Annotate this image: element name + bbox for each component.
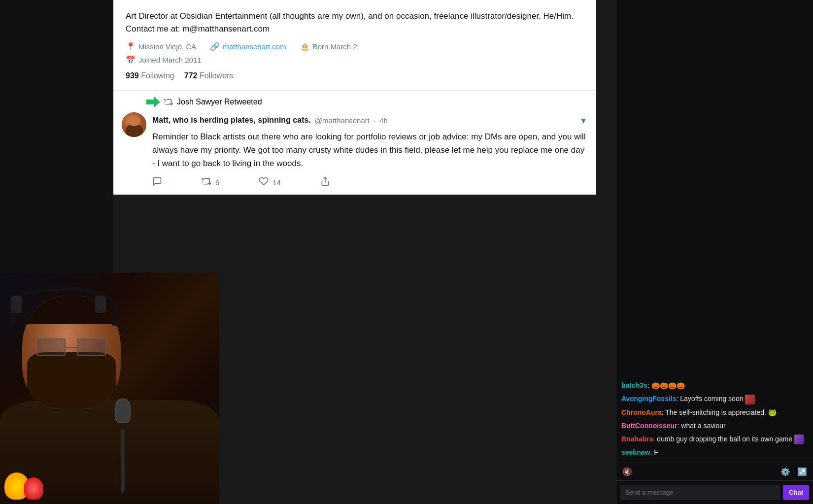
chat-username: Bnahabra — [621, 435, 653, 443]
chat-username: AvengingFossils — [621, 395, 677, 403]
tweet-header: Matt, who is herding plates, spinning ca… — [152, 112, 588, 128]
tweet-options-button[interactable]: ▾ — [579, 112, 588, 128]
twitter-panel: Art Director at Obsidian Entertainment (… — [113, 0, 596, 195]
retweet-header: Josh Sawyer Retweeted — [146, 97, 588, 107]
tweet-time: 4h — [379, 116, 388, 125]
profile-info: Art Director at Obsidian Entertainment (… — [114, 0, 596, 91]
author-name: Matt, who is herding plates, spinning ca… — [152, 116, 311, 125]
profile-meta-row: 📍 Mission Viejo, CA 🔗 matthansenart.com … — [126, 42, 584, 51]
chat-icon-settings[interactable]: ⚙️ — [779, 465, 792, 478]
chat-username: ButtConnoisseur — [621, 422, 678, 430]
tweet-body: Matt, who is herding plates, spinning ca… — [122, 112, 588, 189]
streamer-person — [0, 272, 219, 504]
list-item: AvengingFossils: Layoffs coming soon — [621, 394, 808, 404]
list-item: Bnahabra: dumb guy dropping the ball on … — [621, 434, 808, 444]
calendar-icon: 📅 — [126, 55, 136, 65]
chat-icon-mute[interactable]: 🔇 — [620, 465, 634, 478]
followers-stat[interactable]: 772 Followers — [184, 71, 234, 80]
chat-text: Layoffs coming soon — [680, 395, 745, 403]
reply-icon — [152, 176, 162, 189]
list-item: ChronoAura: The self-snitching is apprec… — [621, 407, 808, 418]
right-earcup — [95, 296, 106, 313]
chat-emote-2 — [794, 435, 804, 444]
reply-button[interactable] — [152, 176, 162, 189]
chat-send-button[interactable]: Chat — [783, 485, 809, 500]
chat-emote: 🐸 — [768, 408, 777, 416]
location-text: Mission Viejo, CA — [138, 42, 196, 51]
like-icon — [259, 176, 269, 189]
followers-label: Followers — [200, 71, 233, 80]
location-icon: 📍 — [126, 42, 136, 51]
retweet-action-icon — [202, 176, 211, 189]
share-icon — [320, 176, 330, 189]
chat-input[interactable] — [620, 485, 780, 500]
chat-panel: batch3s: 🎃🎃🎃🎃 AvengingFossils: Layoffs c… — [616, 0, 813, 504]
person-beard — [27, 352, 116, 409]
following-count: 939 — [126, 71, 139, 80]
chat-emote — [745, 395, 755, 404]
like-button[interactable]: 14 — [259, 176, 281, 189]
avatar-image — [122, 112, 146, 137]
list-item: seeknew: F — [621, 447, 808, 458]
chat-text: what a saviour — [681, 422, 725, 430]
retweet-button[interactable]: 6 — [202, 176, 219, 189]
tweet-text: Reminder to Black artists out there who … — [152, 130, 588, 170]
joined-text: Joined March 2011 — [138, 56, 202, 64]
author-handle: @matthansenart — [315, 116, 370, 125]
retweet-icon — [164, 98, 173, 106]
chat-text: dumb guy dropping the ball on its own ga… — [657, 435, 794, 443]
following-label: Following — [141, 71, 174, 80]
microphone-head — [115, 399, 131, 423]
join-row: 📅 Joined March 2011 — [126, 55, 584, 65]
followers-count: 772 — [184, 71, 198, 80]
retweet-label: Josh Sawyer Retweeted — [177, 98, 262, 106]
birthday-text: Born March 2 — [313, 42, 357, 51]
chat-text: F — [654, 448, 658, 456]
tweet-content: Matt, who is herding plates, spinning ca… — [152, 112, 588, 189]
website-link[interactable]: matthansenart.com — [223, 42, 286, 51]
chat-icons-row: 🔇 ⚙️ ↗️ — [616, 463, 813, 480]
chat-messages: batch3s: 🎃🎃🎃🎃 AvengingFossils: Layoffs c… — [616, 0, 813, 463]
profile-bio: Art Director at Obsidian Entertainment (… — [126, 10, 584, 35]
retweet-arrow-icon — [146, 97, 160, 107]
share-button[interactable] — [320, 176, 330, 189]
chat-username: seeknew — [621, 448, 650, 456]
person-glasses — [37, 338, 106, 356]
website-item[interactable]: 🔗 matthansenart.com — [210, 42, 286, 51]
chat-text: The self-snitching is appreciated. — [665, 408, 768, 416]
birthday-icon: 🎂 — [300, 42, 310, 51]
tweet-actions: 6 14 — [152, 176, 588, 189]
list-item: batch3s: 🎃🎃🎃🎃 — [621, 380, 808, 391]
link-icon: 🔗 — [210, 42, 220, 51]
chat-username: ChronoAura — [621, 408, 662, 416]
following-stat[interactable]: 939 Following — [126, 71, 174, 80]
chat-icon-popout[interactable]: ↗️ — [795, 465, 809, 478]
retweet-count: 6 — [215, 178, 219, 187]
tweet-author: Matt, who is herding plates, spinning ca… — [152, 116, 388, 125]
author-avatar[interactable] — [122, 112, 146, 137]
birthday-item: 🎂 Born March 2 — [300, 42, 357, 51]
lower-content-area — [219, 272, 616, 504]
list-item: ButtConnoisseur: what a saviour — [621, 421, 808, 431]
plush-toy-2 — [24, 477, 43, 500]
chat-emotes: 🎃🎃🎃🎃 — [651, 381, 685, 389]
dot-separator: · — [373, 116, 375, 125]
svg-marker-0 — [146, 97, 160, 107]
location-item: 📍 Mission Viejo, CA — [126, 42, 196, 51]
microphone-stand — [121, 429, 125, 493]
tweet-section: Josh Sawyer Retweeted Matt, who is herdi… — [114, 91, 596, 195]
chat-input-area: Chat — [616, 480, 813, 504]
like-count: 14 — [272, 178, 281, 187]
chat-username: batch3s — [621, 381, 647, 389]
follow-stats: 939 Following 772 Followers — [126, 71, 584, 80]
webcam-background — [0, 272, 219, 504]
left-earcup — [11, 296, 22, 313]
webcam-area — [0, 272, 219, 504]
